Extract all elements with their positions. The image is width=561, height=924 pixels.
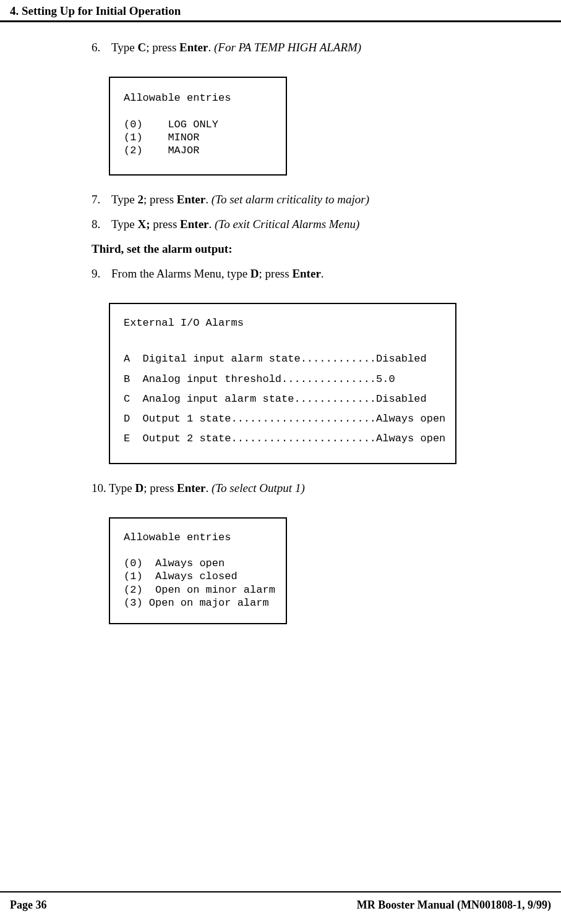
external-io-alarms-box: External I/O Alarms A Digital input alar… [109, 303, 456, 464]
allowable-entries-box-2: Allowable entries (0) Always open (1) Al… [109, 517, 287, 625]
page-header: 4. Setting Up for Initial Operation [0, 0, 561, 22]
step-text: Type C; press Enter. (For PA TEMP HIGH A… [111, 41, 551, 54]
box-line: A Digital input alarm state............D… [124, 353, 427, 365]
box-title: Allowable entries [124, 532, 231, 543]
page-footer: Page 36 MR Booster Manual (MN001808-1, 9… [0, 891, 561, 912]
box-line: (2) MAJOR [124, 145, 199, 156]
page-content: 6. Type C; press Enter. (For PA TEMP HIG… [0, 22, 561, 642]
box-line: B Analog input threshold...............5… [124, 373, 395, 385]
step-8: 8. Type X; press Enter. (To exit Critica… [92, 218, 551, 231]
step-text: Type X; press Enter. (To exit Critical A… [111, 218, 551, 231]
step-note: (To select Output 1) [212, 481, 305, 494]
step-9: 9. From the Alarms Menu, type D; press E… [92, 267, 551, 281]
page-number: Page 36 [10, 899, 46, 912]
box-line: (2) Open on minor alarm [124, 584, 275, 596]
key-d: D [251, 267, 259, 280]
box-line: (0) Always open [124, 557, 225, 569]
box-line: (1) Always closed [124, 570, 238, 582]
allowable-entries-box-1: Allowable entries (0) LOG ONLY (1) MINOR… [109, 77, 287, 176]
box-title: Allowable entries [124, 92, 231, 104]
step-text: Type 2; press Enter. (To set alarm criti… [111, 193, 551, 206]
key-enter: Enter [180, 218, 208, 231]
key-enter: Enter [177, 481, 205, 494]
key-enter: Enter [292, 267, 320, 280]
key-enter: Enter [179, 41, 208, 54]
step-10: 10. Type D; press Enter. (To select Outp… [92, 481, 551, 495]
key-2: 2 [137, 193, 143, 206]
step-number: 6. [92, 41, 111, 54]
subheading-third: Third, set the alarm output: [92, 242, 551, 256]
step-6: 6. Type C; press Enter. (For PA TEMP HIG… [92, 41, 551, 54]
step-number: 9. [92, 267, 111, 281]
box-line: D Output 1 state.......................A… [124, 413, 445, 425]
box-line: E Output 2 state.......................A… [124, 433, 445, 444]
manual-ref: MR Booster Manual (MN001808-1, 9/99) [357, 899, 551, 912]
key-enter: Enter [177, 193, 205, 206]
key-x: X; [137, 218, 150, 231]
key-d: D [135, 481, 143, 494]
box-line: C Analog input alarm state.............D… [124, 393, 427, 405]
step-7: 7. Type 2; press Enter. (To set alarm cr… [92, 193, 551, 206]
step-number: 7. [92, 193, 111, 206]
step-number: 8. [92, 218, 111, 231]
step-note: (For PA TEMP HIGH ALARM) [214, 41, 361, 54]
step-note: (To exit Critical Alarms Menu) [215, 218, 359, 231]
box-title: External I/O Alarms [124, 317, 244, 329]
box-line: (3) Open on major alarm [124, 597, 269, 609]
header-title: 4. Setting Up for Initial Operation [10, 4, 181, 17]
step-text: From the Alarms Menu, type D; press Ente… [111, 267, 551, 281]
key-c: C [137, 41, 146, 54]
step-text: Type D; press Enter. (To select Output 1… [109, 481, 551, 495]
step-note: (To set alarm criticality to major) [212, 193, 369, 206]
box-line: (0) LOG ONLY [124, 119, 218, 130]
box-line: (1) MINOR [124, 132, 199, 143]
